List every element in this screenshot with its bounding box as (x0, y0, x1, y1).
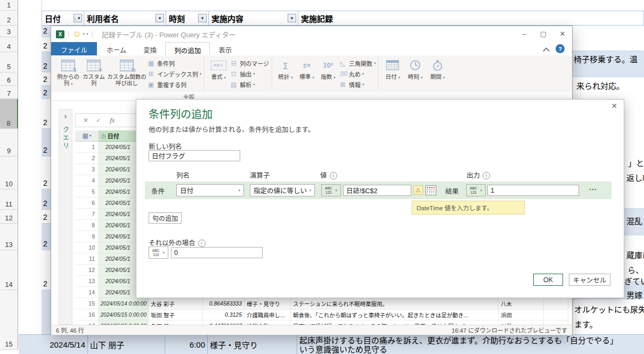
excel-row-header[interactable]: 4 (0, 37, 18, 52)
grid-cell-date[interactable]: 2024/05/1 (99, 142, 136, 153)
grid-cell-filler[interactable] (544, 309, 568, 320)
ribbon-button-カスタム列[interactable]: ✳カスタム列 (81, 55, 107, 92)
ribbon-button-期間[interactable]: 期間▾ (426, 55, 449, 92)
ribbon-button-例からの列[interactable]: ↯例からの列▾ (55, 55, 81, 92)
grid-cell-record[interactable]: 居室にて清拭行っております。その際、シャツ、肌着、掛け布団カバ (291, 320, 499, 325)
excel-bottom-row[interactable]: 2024/5/14 山下 朋子 6:00 様子・見守り 起床声掛けするも目の痛み… (19, 334, 644, 354)
grid-cell-date[interactable]: 2024/05/1 (99, 253, 136, 265)
grid-row-number[interactable]: 6 (75, 197, 99, 209)
grid-row-number[interactable]: 1 (75, 142, 99, 153)
else-input[interactable] (171, 247, 263, 258)
grid-cell-date[interactable]: 2024/05/1 (99, 209, 136, 220)
ribbon-button-丸め[interactable]: .00丸め▾ (339, 70, 364, 78)
row-more-button[interactable]: ... (589, 183, 597, 192)
expand-pane-icon[interactable]: › (64, 112, 67, 120)
excel-header-1[interactable]: 日付▼ (42, 11, 84, 26)
excel-header-3[interactable]: 時刻▼ (166, 11, 209, 26)
ribbon-button-インデックス列[interactable]: ⊞インデックス列▾ (147, 70, 201, 78)
grid-cell-date[interactable]: 2024/05/1 (99, 197, 136, 209)
ok-button[interactable]: OK (533, 274, 563, 286)
excel-cell-date[interactable]: 2024/5/14 (19, 335, 88, 354)
grid-row-number[interactable]: 2 (75, 153, 99, 164)
grid-row-number[interactable]: 5 (75, 186, 99, 197)
tab-ホーム[interactable]: ホーム (98, 42, 135, 55)
grid-cell-date[interactable]: 2024/05/1 (99, 265, 136, 276)
grid-cell-date[interactable]: 2024/05/15 0:00:00 (99, 320, 149, 325)
grid-cell-content[interactable]: 様子・見守り (244, 298, 291, 309)
excel-header-4[interactable]: 実施内容▼ (209, 11, 298, 26)
grid-cell-date[interactable]: 2024/05/1 (99, 175, 136, 186)
output-input[interactable] (487, 185, 579, 196)
grid-cell-content[interactable]: 排泄介助 (244, 320, 291, 325)
feedback-smiley-icon[interactable]: ☺ (72, 30, 81, 38)
excel-row-header[interactable]: 6 (0, 72, 18, 86)
excel-row-header[interactable]: 10 (0, 157, 18, 190)
operator-select[interactable]: 指定の値に等しい▾ (250, 184, 315, 196)
grid-cell-staff[interactable]: 川島 (499, 320, 544, 325)
minimize-button[interactable]: – (515, 26, 534, 42)
ribbon-button-日付[interactable]: 日付▾ (381, 55, 404, 92)
grid-row-number[interactable]: 14 (75, 287, 99, 298)
grid-cell-date[interactable]: 2024/05/1 (99, 186, 136, 197)
new-column-name-input[interactable] (149, 150, 240, 161)
value-type-dropdown[interactable]: ABC123 ▾ (321, 184, 341, 196)
ribbon-button-時刻[interactable]: 時刻▾ (404, 55, 426, 92)
grid-cell-content[interactable]: 介護職員申し... (244, 309, 291, 320)
add-clause-button[interactable]: 句の追加 (149, 212, 182, 224)
excel-row-header[interactable]: 3 (0, 26, 18, 37)
grid-row-number[interactable]: 12 (75, 265, 99, 276)
grid-cell-time[interactable]: 0.447916667 (203, 320, 244, 325)
excel-cell-fragment[interactable]: 2 (42, 129, 51, 157)
excel-row-header[interactable]: 2 (0, 11, 18, 26)
grid-cell-filler[interactable] (544, 298, 568, 309)
tab-変換[interactable]: 変換 (135, 42, 165, 55)
else-type-dropdown[interactable]: ABC123 ▾ (149, 246, 168, 259)
grid-cell-record[interactable]: ステーションに来られ不眠時薬服用。 (291, 298, 499, 309)
output-type-dropdown[interactable]: ABC123 ▾ (466, 184, 486, 196)
ribbon-button-統計[interactable]: ∑統計▾ (275, 55, 296, 92)
excel-cell-content[interactable]: 様子・見守り (208, 335, 297, 354)
grid-cell-time[interactable]: 0.864583333 (203, 298, 244, 309)
grid-row-number[interactable]: 10 (75, 242, 99, 253)
maximize-button[interactable]: ▢ (534, 26, 553, 42)
ribbon-button-抽出[interactable]: ⊡抽出▾ (230, 70, 255, 78)
excel-cell-fragment[interactable]: 2 (42, 37, 51, 52)
excel-cell-fragment[interactable]: 2 (42, 99, 51, 129)
ribbon-button-三角関数[interactable]: ◺三角関数▾ (339, 59, 376, 68)
grid-row-number[interactable]: 4 (75, 175, 99, 186)
ribbon-button-書式[interactable]: ABC書式▾ (207, 55, 230, 92)
excel-row-header[interactable]: 7 (0, 86, 18, 99)
grid-cell-date[interactable]: 2024/05/1 (99, 231, 136, 242)
grid-row-number[interactable]: 8 (75, 220, 99, 231)
excel-cell-fragment[interactable]: 2 (42, 210, 51, 224)
grid-cell-date[interactable]: 2024/05/1 (99, 276, 136, 287)
grid-row-number[interactable]: 13 (75, 276, 99, 287)
excel-row-header[interactable]: 14 (0, 250, 18, 290)
excel-cell-fragment[interactable]: 2 (42, 157, 51, 190)
select-all-corner[interactable]: ▦ ▾ (75, 130, 99, 142)
ribbon-button-カスタム関数の呼び出し[interactable]: fxカスタム関数の呼び出し (107, 55, 147, 92)
excel-cell-fragment[interactable]: 2 (42, 52, 51, 72)
grid-cell-name[interactable]: 角田 健一 (149, 320, 203, 325)
column-select[interactable]: 日付▾ (176, 184, 244, 196)
ribbon-button-重複する列[interactable]: ▣重複する列 (147, 80, 186, 89)
collapse-ribbon-icon[interactable] (543, 47, 550, 54)
grid-row-number[interactable]: 15 (75, 298, 99, 309)
grid-cell-date[interactable]: 2024/05/1 (99, 164, 136, 175)
excel-header-2[interactable]: 利用者名▼ (84, 11, 166, 26)
excel-cell-fragment[interactable]: 2 (42, 224, 51, 250)
ribbon-button-列のマージ[interactable]: ⊟列のマージ (230, 59, 269, 68)
help-button[interactable]: ? (556, 44, 565, 53)
excel-cell-fragment[interactable]: 2 (42, 72, 51, 86)
grid-cell-date[interactable]: 2024/05/1 (99, 242, 136, 253)
excel-cell-fragment[interactable]: 2 (42, 86, 51, 99)
smiley-dropdown-icon[interactable]: ▾ (83, 32, 85, 36)
ribbon-button-情報[interactable]: ⊠情報▾ (339, 80, 364, 89)
grid-cell-filler[interactable] (544, 320, 568, 325)
filter-dropdown-icon[interactable]: ▼ (156, 14, 164, 22)
excel-row-header[interactable]: 5 (0, 52, 18, 72)
tab-列の追加[interactable]: 列の追加 (165, 42, 210, 55)
tab-ファイル[interactable]: ファイル (51, 42, 97, 55)
grid-cell-date[interactable]: 2024/05/14 0:00:00 (99, 298, 149, 309)
excel-row-header[interactable]: 13 (0, 224, 18, 250)
